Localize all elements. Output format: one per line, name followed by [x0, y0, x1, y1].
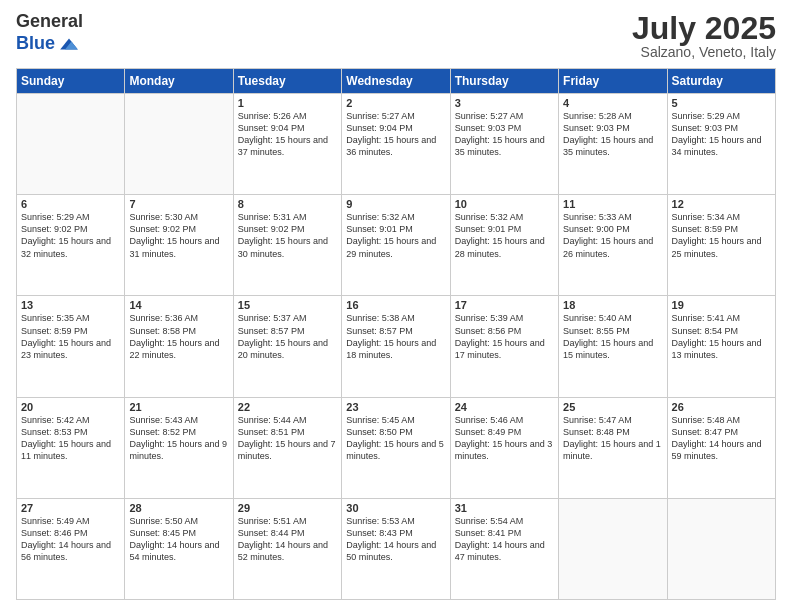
weekday-header-monday: Monday: [125, 69, 233, 94]
day-number: 24: [455, 401, 554, 413]
day-info: Sunrise: 5:28 AM Sunset: 9:03 PM Dayligh…: [563, 110, 662, 159]
day-info: Sunrise: 5:41 AM Sunset: 8:54 PM Dayligh…: [672, 312, 771, 361]
day-info: Sunrise: 5:54 AM Sunset: 8:41 PM Dayligh…: [455, 515, 554, 564]
day-number: 20: [21, 401, 120, 413]
day-number: 6: [21, 198, 120, 210]
calendar-cell: 31Sunrise: 5:54 AM Sunset: 8:41 PM Dayli…: [450, 498, 558, 599]
day-number: 3: [455, 97, 554, 109]
calendar-cell: 10Sunrise: 5:32 AM Sunset: 9:01 PM Dayli…: [450, 195, 558, 296]
calendar-cell: [559, 498, 667, 599]
day-number: 12: [672, 198, 771, 210]
day-info: Sunrise: 5:51 AM Sunset: 8:44 PM Dayligh…: [238, 515, 337, 564]
day-info: Sunrise: 5:27 AM Sunset: 9:04 PM Dayligh…: [346, 110, 445, 159]
day-number: 1: [238, 97, 337, 109]
day-info: Sunrise: 5:32 AM Sunset: 9:01 PM Dayligh…: [455, 211, 554, 260]
day-number: 28: [129, 502, 228, 514]
day-number: 10: [455, 198, 554, 210]
calendar-cell: 16Sunrise: 5:38 AM Sunset: 8:57 PM Dayli…: [342, 296, 450, 397]
day-info: Sunrise: 5:32 AM Sunset: 9:01 PM Dayligh…: [346, 211, 445, 260]
logo-general-text: General: [16, 12, 83, 32]
calendar-cell: 1Sunrise: 5:26 AM Sunset: 9:04 PM Daylig…: [233, 94, 341, 195]
day-info: Sunrise: 5:27 AM Sunset: 9:03 PM Dayligh…: [455, 110, 554, 159]
day-info: Sunrise: 5:39 AM Sunset: 8:56 PM Dayligh…: [455, 312, 554, 361]
calendar-cell: 20Sunrise: 5:42 AM Sunset: 8:53 PM Dayli…: [17, 397, 125, 498]
day-info: Sunrise: 5:48 AM Sunset: 8:47 PM Dayligh…: [672, 414, 771, 463]
day-number: 18: [563, 299, 662, 311]
weekday-header-wednesday: Wednesday: [342, 69, 450, 94]
calendar-week-2: 13Sunrise: 5:35 AM Sunset: 8:59 PM Dayli…: [17, 296, 776, 397]
weekday-header-sunday: Sunday: [17, 69, 125, 94]
calendar-cell: 18Sunrise: 5:40 AM Sunset: 8:55 PM Dayli…: [559, 296, 667, 397]
weekday-header-friday: Friday: [559, 69, 667, 94]
calendar-cell: 24Sunrise: 5:46 AM Sunset: 8:49 PM Dayli…: [450, 397, 558, 498]
day-number: 11: [563, 198, 662, 210]
day-number: 22: [238, 401, 337, 413]
calendar-cell: 27Sunrise: 5:49 AM Sunset: 8:46 PM Dayli…: [17, 498, 125, 599]
weekday-row: SundayMondayTuesdayWednesdayThursdayFrid…: [17, 69, 776, 94]
calendar-cell: 25Sunrise: 5:47 AM Sunset: 8:48 PM Dayli…: [559, 397, 667, 498]
calendar-cell: 14Sunrise: 5:36 AM Sunset: 8:58 PM Dayli…: [125, 296, 233, 397]
day-number: 16: [346, 299, 445, 311]
calendar-cell: 15Sunrise: 5:37 AM Sunset: 8:57 PM Dayli…: [233, 296, 341, 397]
day-info: Sunrise: 5:29 AM Sunset: 9:02 PM Dayligh…: [21, 211, 120, 260]
calendar-cell: [667, 498, 775, 599]
day-info: Sunrise: 5:53 AM Sunset: 8:43 PM Dayligh…: [346, 515, 445, 564]
calendar-week-3: 20Sunrise: 5:42 AM Sunset: 8:53 PM Dayli…: [17, 397, 776, 498]
weekday-header-tuesday: Tuesday: [233, 69, 341, 94]
header: General Blue July 2025 Salzano, Veneto, …: [16, 12, 776, 60]
logo: General Blue: [16, 12, 83, 56]
day-info: Sunrise: 5:47 AM Sunset: 8:48 PM Dayligh…: [563, 414, 662, 463]
day-info: Sunrise: 5:40 AM Sunset: 8:55 PM Dayligh…: [563, 312, 662, 361]
calendar-cell: 29Sunrise: 5:51 AM Sunset: 8:44 PM Dayli…: [233, 498, 341, 599]
day-info: Sunrise: 5:38 AM Sunset: 8:57 PM Dayligh…: [346, 312, 445, 361]
month-title: July 2025: [632, 12, 776, 44]
day-number: 23: [346, 401, 445, 413]
weekday-header-thursday: Thursday: [450, 69, 558, 94]
day-info: Sunrise: 5:49 AM Sunset: 8:46 PM Dayligh…: [21, 515, 120, 564]
calendar-cell: 12Sunrise: 5:34 AM Sunset: 8:59 PM Dayli…: [667, 195, 775, 296]
day-info: Sunrise: 5:29 AM Sunset: 9:03 PM Dayligh…: [672, 110, 771, 159]
day-number: 5: [672, 97, 771, 109]
weekday-header-saturday: Saturday: [667, 69, 775, 94]
day-info: Sunrise: 5:43 AM Sunset: 8:52 PM Dayligh…: [129, 414, 228, 463]
calendar-week-4: 27Sunrise: 5:49 AM Sunset: 8:46 PM Dayli…: [17, 498, 776, 599]
calendar-cell: 6Sunrise: 5:29 AM Sunset: 9:02 PM Daylig…: [17, 195, 125, 296]
logo-blue-text: Blue: [16, 34, 55, 54]
calendar-cell: 19Sunrise: 5:41 AM Sunset: 8:54 PM Dayli…: [667, 296, 775, 397]
calendar-cell: [17, 94, 125, 195]
calendar-cell: 30Sunrise: 5:53 AM Sunset: 8:43 PM Dayli…: [342, 498, 450, 599]
logo-icon: [57, 32, 81, 56]
day-number: 17: [455, 299, 554, 311]
calendar-cell: 8Sunrise: 5:31 AM Sunset: 9:02 PM Daylig…: [233, 195, 341, 296]
calendar-week-0: 1Sunrise: 5:26 AM Sunset: 9:04 PM Daylig…: [17, 94, 776, 195]
calendar-cell: 5Sunrise: 5:29 AM Sunset: 9:03 PM Daylig…: [667, 94, 775, 195]
day-number: 21: [129, 401, 228, 413]
calendar-cell: 11Sunrise: 5:33 AM Sunset: 9:00 PM Dayli…: [559, 195, 667, 296]
day-info: Sunrise: 5:37 AM Sunset: 8:57 PM Dayligh…: [238, 312, 337, 361]
calendar-header: SundayMondayTuesdayWednesdayThursdayFrid…: [17, 69, 776, 94]
day-number: 9: [346, 198, 445, 210]
calendar-body: 1Sunrise: 5:26 AM Sunset: 9:04 PM Daylig…: [17, 94, 776, 600]
title-block: July 2025 Salzano, Veneto, Italy: [632, 12, 776, 60]
calendar-cell: 7Sunrise: 5:30 AM Sunset: 9:02 PM Daylig…: [125, 195, 233, 296]
day-number: 2: [346, 97, 445, 109]
day-number: 31: [455, 502, 554, 514]
day-number: 15: [238, 299, 337, 311]
day-info: Sunrise: 5:44 AM Sunset: 8:51 PM Dayligh…: [238, 414, 337, 463]
day-number: 8: [238, 198, 337, 210]
day-number: 26: [672, 401, 771, 413]
day-info: Sunrise: 5:50 AM Sunset: 8:45 PM Dayligh…: [129, 515, 228, 564]
calendar-cell: 22Sunrise: 5:44 AM Sunset: 8:51 PM Dayli…: [233, 397, 341, 498]
calendar-cell: 28Sunrise: 5:50 AM Sunset: 8:45 PM Dayli…: [125, 498, 233, 599]
day-info: Sunrise: 5:46 AM Sunset: 8:49 PM Dayligh…: [455, 414, 554, 463]
day-number: 4: [563, 97, 662, 109]
day-number: 29: [238, 502, 337, 514]
calendar-cell: 21Sunrise: 5:43 AM Sunset: 8:52 PM Dayli…: [125, 397, 233, 498]
day-info: Sunrise: 5:26 AM Sunset: 9:04 PM Dayligh…: [238, 110, 337, 159]
day-info: Sunrise: 5:45 AM Sunset: 8:50 PM Dayligh…: [346, 414, 445, 463]
location-subtitle: Salzano, Veneto, Italy: [632, 44, 776, 60]
calendar-cell: 9Sunrise: 5:32 AM Sunset: 9:01 PM Daylig…: [342, 195, 450, 296]
day-info: Sunrise: 5:34 AM Sunset: 8:59 PM Dayligh…: [672, 211, 771, 260]
day-info: Sunrise: 5:35 AM Sunset: 8:59 PM Dayligh…: [21, 312, 120, 361]
calendar-cell: 17Sunrise: 5:39 AM Sunset: 8:56 PM Dayli…: [450, 296, 558, 397]
